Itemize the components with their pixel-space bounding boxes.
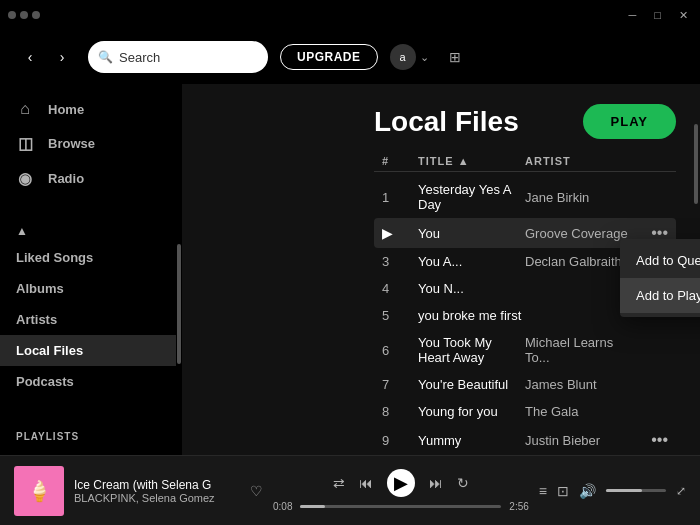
avatar: a [390, 44, 416, 70]
home-icon: ⌂ [16, 100, 34, 118]
upgrade-button[interactable]: UPGRADE [280, 44, 378, 70]
table-row[interactable]: 7 You're Beautiful James Blunt [374, 371, 676, 398]
sidebar-item-label: Albums [16, 281, 64, 296]
player-center: ⇄ ⏮ ▶ ⏭ ↻ 0:08 2:56 [273, 469, 529, 512]
titlebar-dot-3 [32, 11, 40, 19]
sidebar-item-label: Local Files [16, 343, 83, 358]
scrollbar-thumb [694, 124, 698, 204]
browse-icon: ◫ [16, 134, 34, 153]
track-title: Yesterday Yes A Day [418, 182, 525, 212]
track-num: 5 [382, 308, 418, 323]
track-artist: Groove Coverage [525, 226, 632, 241]
context-menu-item-add-to-playlist[interactable]: Add to Playlist › [620, 278, 700, 313]
track-num: 1 [382, 190, 418, 205]
titlebar-dot-2 [20, 11, 28, 19]
maximize-button[interactable]: □ [650, 9, 665, 21]
sidebar: ⌂ Home ◫ Browse ◉ Radio ▲ Liked Songs [0, 84, 176, 455]
col-num: # [382, 155, 418, 167]
track-more-icon[interactable]: ••• [632, 431, 668, 449]
search-input[interactable] [119, 50, 229, 65]
album-art: 🍦 [14, 466, 64, 516]
search-icon: 🔍 [98, 50, 113, 64]
titlebar-win-controls: ─ □ ✕ [625, 9, 692, 22]
sidebar-item-home[interactable]: ⌂ Home [0, 92, 176, 126]
col-title: TITLE ▲ [418, 155, 525, 167]
content-area: Local Files PLAY # TITLE ▲ ARTIST 1 Yest… [350, 84, 700, 455]
fullscreen-button[interactable]: ⤢ [676, 484, 686, 498]
sidebar-item-label: Podcasts [16, 374, 74, 389]
player-controls: ⇄ ⏮ ▶ ⏭ ↻ [333, 469, 469, 497]
track-title: You [418, 226, 525, 241]
sidebar-scrollbar[interactable] [176, 84, 182, 455]
search-bar[interactable]: 🔍 [88, 41, 268, 73]
track-artist: James Blunt [525, 377, 632, 392]
table-row[interactable]: 1 Yesterday Yes A Day Jane Birkin [374, 176, 676, 218]
table-row[interactable]: 9 Yummy Justin Bieber ••• [374, 425, 676, 455]
track-title: You're Beautiful [418, 377, 525, 392]
titlebar-dot-1 [8, 11, 16, 19]
devices-icon[interactable]: ⊡ [557, 483, 569, 499]
track-title: You Took My Heart Away [418, 335, 525, 365]
sidebar-item-liked-songs[interactable]: Liked Songs [0, 242, 176, 273]
sidebar-item-label: Radio [48, 171, 84, 186]
track-artist: The Gala [525, 404, 632, 419]
add-to-playlist-label: Add to Playlist [636, 288, 700, 303]
shuffle-button[interactable]: ⇄ [333, 475, 345, 491]
repeat-button[interactable]: ↻ [457, 475, 469, 491]
track-title: you broke me first [418, 308, 525, 323]
collapse-up-icon[interactable]: ▲ [16, 224, 28, 238]
context-menu-item-add-to-queue[interactable]: Add to Queue [620, 243, 700, 278]
minimize-button[interactable]: ─ [625, 9, 641, 21]
sidebar-item-radio[interactable]: ◉ Radio [0, 161, 176, 196]
current-time: 0:08 [273, 501, 292, 512]
page-title: Local Files [374, 106, 519, 138]
sidebar-scrollbar-thumb [177, 244, 181, 364]
table-row[interactable]: 6 You Took My Heart Away Michael Learns … [374, 329, 676, 371]
radio-icon: ◉ [16, 169, 34, 188]
sidebar-item-albums[interactable]: Albums [0, 273, 176, 304]
player-track-title: Ice Cream (with Selena G [74, 478, 234, 492]
progress-bar[interactable] [300, 505, 501, 508]
track-artist: Jane Birkin [525, 190, 632, 205]
volume-bar[interactable] [606, 489, 666, 492]
sidebar-item-local-files[interactable]: Local Files [0, 335, 176, 366]
sidebar-item-label: Artists [16, 312, 57, 327]
total-time: 2:56 [509, 501, 528, 512]
close-button[interactable]: ✕ [675, 9, 692, 22]
sidebar-item-my-local-music[interactable]: My Local Music [0, 448, 176, 455]
navbar: ‹ › 🔍 UPGRADE a ⌄ ⊞ [0, 30, 700, 84]
user-menu[interactable]: a ⌄ [390, 44, 429, 70]
prev-button[interactable]: ⏮ [359, 475, 373, 491]
playlists-section-header: PLAYLISTS [0, 425, 176, 448]
track-artist: Michael Learns To... [525, 335, 632, 365]
track-num: 8 [382, 404, 418, 419]
volume-icon[interactable]: 🔊 [579, 483, 596, 499]
play-button[interactable]: PLAY [583, 104, 676, 139]
titlebar-dots [8, 11, 40, 19]
like-button[interactable]: ♡ [250, 483, 263, 499]
col-artist: ARTIST [525, 155, 632, 167]
play-pause-button[interactable]: ▶ [387, 469, 415, 497]
player: 🍦 Ice Cream (with Selena G BLACKPINK, Se… [0, 455, 700, 525]
track-num: 7 [382, 377, 418, 392]
playlists-label: PLAYLISTS [16, 431, 79, 442]
track-title: You N... [418, 281, 525, 296]
sidebar-item-browse[interactable]: ◫ Browse [0, 126, 176, 161]
sidebar-item-label: Liked Songs [16, 250, 93, 265]
main-layout: ⌂ Home ◫ Browse ◉ Radio ▲ Liked Songs [0, 84, 700, 455]
player-info: Ice Cream (with Selena G BLACKPINK, Sele… [74, 478, 234, 504]
sidebar-item-artists[interactable]: Artists [0, 304, 176, 335]
next-button[interactable]: ⏭ [429, 475, 443, 491]
scrollbar-icon: ⊞ [449, 49, 461, 65]
forward-button[interactable]: › [48, 43, 76, 71]
track-artist: Justin Bieber [525, 433, 632, 448]
sidebar-nav: ⌂ Home ◫ Browse ◉ Radio [0, 84, 176, 204]
track-title: Young for you [418, 404, 525, 419]
table-row[interactable]: 8 Young for you The Gala [374, 398, 676, 425]
track-artist: Declan Galbraith [525, 254, 632, 269]
content-header: Local Files PLAY [350, 84, 700, 151]
back-button[interactable]: ‹ [16, 43, 44, 71]
progress-bar-container: 0:08 2:56 [273, 501, 529, 512]
queue-icon[interactable]: ≡ [539, 483, 547, 499]
sidebar-item-podcasts[interactable]: Podcasts [0, 366, 176, 397]
